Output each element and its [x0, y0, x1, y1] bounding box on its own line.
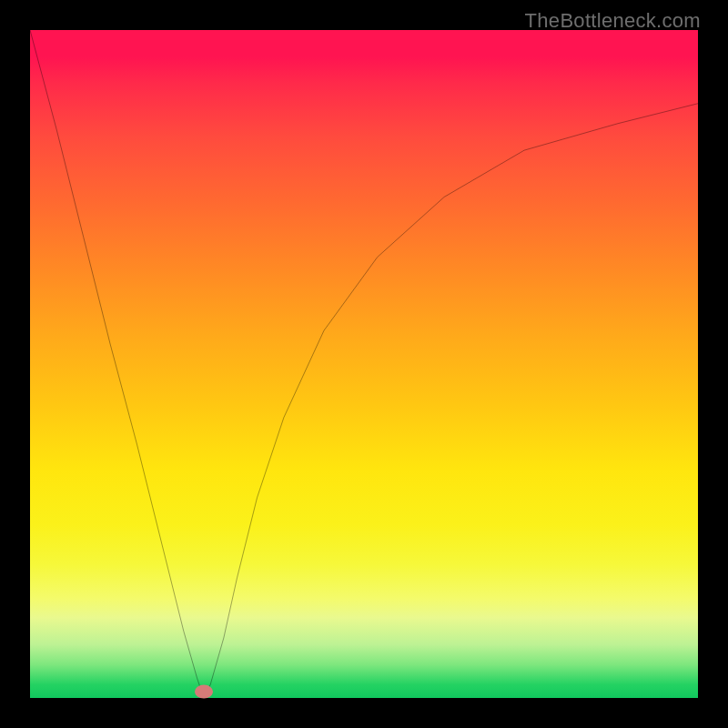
chart-frame: TheBottleneck.com — [0, 0, 728, 728]
curve-path — [30, 30, 698, 698]
curve-minimum-marker — [195, 684, 213, 698]
plot-area — [30, 30, 698, 698]
bottleneck-curve — [30, 30, 698, 698]
